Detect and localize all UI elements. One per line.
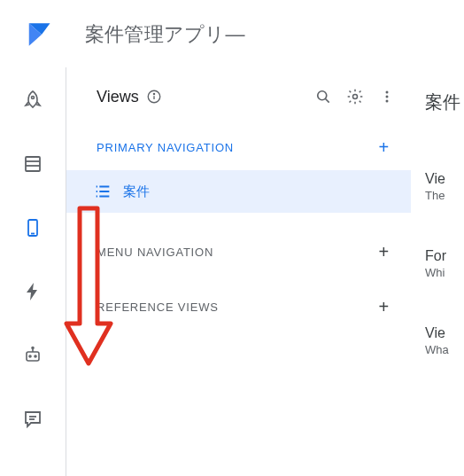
detail-heading: 案件 bbox=[425, 90, 464, 114]
add-reference-view-button[interactable]: + bbox=[379, 298, 390, 316]
detail-view-name-s: The bbox=[425, 189, 464, 202]
detail-view-name: Vie The bbox=[425, 171, 464, 202]
list-view-icon bbox=[93, 182, 112, 201]
svg-line-17 bbox=[326, 99, 329, 103]
view-item-anken-label: 案件 bbox=[123, 183, 150, 200]
svg-point-19 bbox=[386, 91, 389, 94]
svg-rect-6 bbox=[27, 352, 39, 361]
section-reference-views-label: REFERENCE VIEWS bbox=[97, 300, 219, 314]
views-panel: Views bbox=[66, 67, 411, 476]
rail-list-icon[interactable] bbox=[21, 152, 44, 176]
info-icon[interactable] bbox=[146, 89, 162, 105]
section-primary-nav-label: PRIMARY NAVIGATION bbox=[97, 141, 234, 154]
gear-icon[interactable] bbox=[345, 87, 365, 106]
rail-rocket-icon[interactable] bbox=[21, 89, 44, 112]
svg-point-7 bbox=[29, 355, 31, 357]
views-header: Views bbox=[66, 87, 411, 106]
detail-view-type: Vie Wha bbox=[425, 325, 464, 356]
views-actions bbox=[313, 87, 402, 106]
add-menu-view-button[interactable]: + bbox=[379, 243, 390, 261]
detail-view-type-h: Vie bbox=[425, 325, 464, 341]
view-item-anken[interactable]: 案件 bbox=[66, 170, 411, 213]
svg-point-21 bbox=[386, 100, 389, 103]
rail-chat-icon[interactable] bbox=[21, 408, 44, 431]
svg-point-16 bbox=[318, 91, 327, 100]
svg-rect-1 bbox=[26, 157, 40, 171]
svg-point-0 bbox=[32, 97, 35, 99]
search-icon[interactable] bbox=[313, 87, 333, 106]
section-primary-nav[interactable]: PRIMARY NAVIGATION + bbox=[66, 128, 411, 167]
views-title: Views bbox=[97, 88, 139, 106]
svg-point-8 bbox=[35, 355, 36, 357]
svg-point-15 bbox=[153, 93, 154, 94]
detail-view-type-s: Wha bbox=[425, 343, 464, 356]
svg-point-10 bbox=[32, 347, 34, 349]
detail-for-table-h: For bbox=[425, 248, 464, 264]
main-area: Views bbox=[0, 67, 464, 476]
svg-point-18 bbox=[353, 95, 358, 99]
section-menu-nav-label: MENU NAVIGATION bbox=[97, 246, 213, 259]
add-primary-view-button[interactable]: + bbox=[379, 138, 390, 156]
rail-device-icon[interactable] bbox=[21, 216, 44, 239]
svg-point-20 bbox=[386, 96, 389, 98]
detail-for-table-s: Whi bbox=[425, 266, 464, 279]
app-title: 案件管理アプリ― bbox=[85, 21, 245, 48]
left-rail bbox=[0, 67, 66, 476]
more-icon[interactable] bbox=[377, 87, 397, 106]
detail-for-table: For Whi bbox=[425, 248, 464, 279]
appsheet-logo bbox=[25, 18, 58, 51]
detail-view-name-h: Vie bbox=[425, 171, 464, 187]
rail-bolt-icon[interactable] bbox=[21, 280, 44, 303]
section-menu-nav[interactable]: MENU NAVIGATION + bbox=[66, 232, 411, 271]
section-reference-views[interactable]: REFERENCE VIEWS + bbox=[66, 287, 411, 326]
right-detail-panel: 案件 Vie The For Whi Vie Wha bbox=[411, 67, 464, 476]
app-header: 案件管理アプリ― bbox=[0, 0, 464, 67]
rail-robot-icon[interactable] bbox=[21, 344, 44, 367]
